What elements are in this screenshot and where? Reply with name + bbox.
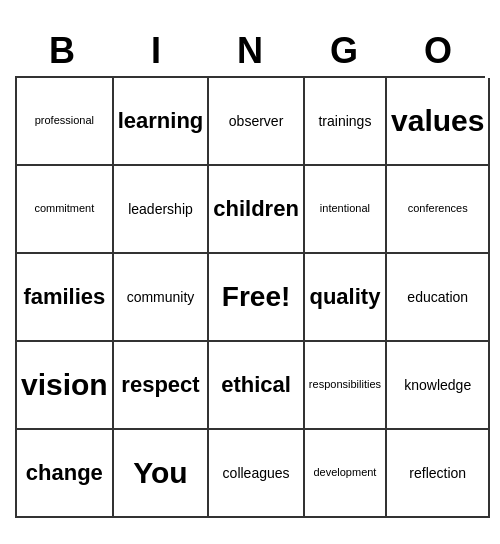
bingo-cell-r4-c1: You bbox=[114, 430, 210, 518]
cell-text-r3-c3: responsibilities bbox=[309, 378, 381, 391]
cell-text-r4-c4: reflection bbox=[409, 465, 466, 482]
bingo-cell-r0-c2: observer bbox=[209, 78, 305, 166]
bingo-cell-r2-c1: community bbox=[114, 254, 210, 342]
bingo-cell-r2-c0: families bbox=[17, 254, 114, 342]
bingo-cell-r0-c3: trainings bbox=[305, 78, 387, 166]
bingo-cell-r1-c2: children bbox=[209, 166, 305, 254]
cell-text-r0-c0: professional bbox=[35, 114, 94, 127]
bingo-cell-r3-c2: ethical bbox=[209, 342, 305, 430]
header-letter-b: B bbox=[15, 26, 109, 76]
cell-text-r2-c1: community bbox=[127, 289, 195, 306]
bingo-cell-r3-c3: responsibilities bbox=[305, 342, 387, 430]
cell-text-r1-c0: commitment bbox=[34, 202, 94, 215]
header-letter-n: N bbox=[203, 26, 297, 76]
bingo-cell-r3-c1: respect bbox=[114, 342, 210, 430]
bingo-cell-r0-c0: professional bbox=[17, 78, 114, 166]
cell-text-r3-c2: ethical bbox=[221, 372, 291, 398]
cell-text-r1-c2: children bbox=[213, 196, 299, 222]
bingo-cell-r2-c3: quality bbox=[305, 254, 387, 342]
bingo-cell-r1-c4: conferences bbox=[387, 166, 490, 254]
cell-text-r4-c3: development bbox=[313, 466, 376, 479]
cell-text-r2-c0: families bbox=[23, 284, 105, 310]
cell-text-r1-c4: conferences bbox=[408, 202, 468, 215]
header-letter-o: O bbox=[391, 26, 485, 76]
header-letter-g: G bbox=[297, 26, 391, 76]
cell-text-r2-c2: Free! bbox=[222, 280, 290, 314]
bingo-cell-r4-c4: reflection bbox=[387, 430, 490, 518]
cell-text-r0-c3: trainings bbox=[318, 113, 371, 130]
bingo-cell-r1-c0: commitment bbox=[17, 166, 114, 254]
bingo-cell-r4-c3: development bbox=[305, 430, 387, 518]
cell-text-r1-c1: leadership bbox=[128, 201, 193, 218]
cell-text-r4-c2: colleagues bbox=[223, 465, 290, 482]
bingo-cell-r3-c4: knowledge bbox=[387, 342, 490, 430]
cell-text-r2-c4: education bbox=[407, 289, 468, 306]
cell-text-r3-c4: knowledge bbox=[404, 377, 471, 394]
bingo-cell-r0-c1: learning bbox=[114, 78, 210, 166]
bingo-cell-r2-c2: Free! bbox=[209, 254, 305, 342]
bingo-header: BINGO bbox=[15, 26, 485, 76]
cell-text-r0-c1: learning bbox=[118, 108, 204, 134]
bingo-cell-r3-c0: vision bbox=[17, 342, 114, 430]
cell-text-r0-c2: observer bbox=[229, 113, 283, 130]
bingo-cell-r1-c1: leadership bbox=[114, 166, 210, 254]
bingo-cell-r4-c2: colleagues bbox=[209, 430, 305, 518]
cell-text-r4-c0: change bbox=[26, 460, 103, 486]
bingo-cell-r4-c0: change bbox=[17, 430, 114, 518]
cell-text-r3-c0: vision bbox=[21, 367, 108, 403]
cell-text-r1-c3: intentional bbox=[320, 202, 370, 215]
cell-text-r2-c3: quality bbox=[309, 284, 380, 310]
bingo-card: BINGO professionallearningobservertraini… bbox=[15, 26, 485, 518]
cell-text-r4-c1: You bbox=[133, 455, 187, 491]
bingo-cell-r1-c3: intentional bbox=[305, 166, 387, 254]
bingo-grid: professionallearningobservertrainingsval… bbox=[15, 76, 485, 518]
cell-text-r0-c4: values bbox=[391, 103, 484, 139]
bingo-cell-r0-c4: values bbox=[387, 78, 490, 166]
header-letter-i: I bbox=[109, 26, 203, 76]
cell-text-r3-c1: respect bbox=[121, 372, 199, 398]
bingo-cell-r2-c4: education bbox=[387, 254, 490, 342]
